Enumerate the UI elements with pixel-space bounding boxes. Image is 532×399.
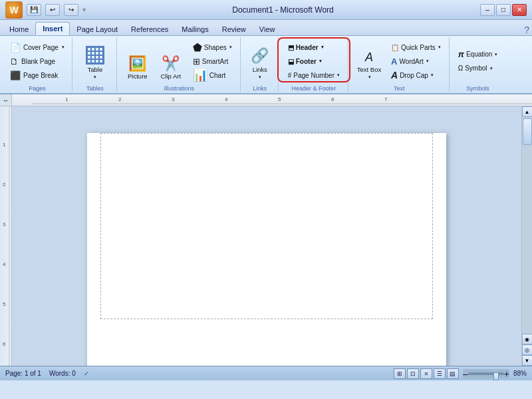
page-content-area[interactable] [100, 133, 433, 319]
draft-view-button[interactable]: ▤ [447, 368, 459, 379]
titlebar: W 💾 ↩ ↪ ▾ Document1 - Microsoft Word – □… [0, 0, 532, 20]
tab-insert[interactable]: Insert [35, 22, 70, 35]
footer-button[interactable]: ⬓ Footer ▾ [284, 55, 344, 68]
scroll-thumb[interactable] [523, 118, 532, 145]
text-group-label: Text [354, 84, 445, 92]
ruler-v-marks: 1 2 3 4 5 6 [0, 106, 12, 366]
table-button[interactable]: Table ▾ [78, 40, 112, 82]
scroll-up-button[interactable]: ▲ [522, 106, 533, 117]
svg-text:2: 2 [118, 96, 122, 102]
chart-button[interactable]: 📊 Chart [189, 68, 236, 82]
scroll-down-button[interactable]: ▼ [522, 355, 533, 366]
blank-page-button[interactable]: 🗋 Blank Page [7, 55, 68, 68]
quickparts-button[interactable]: 📋 Quick Parts ▾ [387, 41, 445, 54]
page-info: Page: 1 of 1 [5, 370, 41, 377]
tab-references[interactable]: References [124, 23, 175, 35]
page-break-button[interactable]: ⬛ Page Break [7, 68, 68, 82]
statusbar: Page: 1 of 1 Words: 0 ✓ ⊞ ⊡ ≡ ☰ ▤ – + 88… [0, 366, 532, 380]
document-area[interactable]: shareilmu2ilmu.blogspot.com [12, 106, 521, 366]
full-screen-button[interactable]: ⊡ [407, 368, 419, 379]
zoom-in-button[interactable]: + [504, 368, 509, 379]
horizontal-ruler: ↔ 1 2 3 4 5 6 7 [0, 94, 532, 106]
word-count: Words: 0 [49, 370, 76, 377]
textbox-button[interactable]: A Text Box ▾ [354, 40, 384, 82]
undo-btn[interactable]: ↩ [45, 4, 60, 16]
tables-group-label: Tables [78, 84, 112, 92]
ribbon-group-symbols: π Equation ▾ Ω Symbol ▾ Symbols [451, 37, 505, 92]
header-footer-group-label: Header & Footer [284, 84, 344, 92]
vertical-scrollbar[interactable]: ▲ ◉ ◎ ▼ [521, 106, 532, 366]
zoom-out-button[interactable]: – [463, 368, 468, 379]
scroll-track[interactable] [522, 117, 532, 334]
svg-text:4: 4 [3, 261, 6, 267]
svg-text:7: 7 [384, 96, 388, 102]
ribbon-group-illustrations: 🖼️ Picture ✂️ Clip Art ⬟ Shapes ▾ ⊞ Smar… [118, 37, 241, 92]
ribbon: 📄 Cover Page ▾ 🗋 Blank Page ⬛ Page Break… [0, 36, 532, 94]
help-button[interactable]: ? [524, 25, 529, 35]
maximize-button[interactable]: □ [496, 4, 511, 16]
office-button[interactable]: W [5, 1, 23, 19]
zoom-thumb[interactable] [493, 372, 499, 380]
table-icon [86, 46, 104, 65]
svg-text:4: 4 [225, 96, 228, 102]
shapes-button[interactable]: ⬟ Shapes ▾ [189, 41, 236, 54]
tab-view[interactable]: View [253, 23, 282, 35]
links-group-label: Links [246, 84, 274, 92]
spell-check-icon[interactable]: ✓ [84, 370, 89, 377]
ruler-marks: 1 2 3 4 5 6 7 [32, 94, 532, 106]
zoom-slider[interactable]: – + [463, 369, 509, 378]
main-area: 1 2 3 4 5 6 shareilmu2ilmu.blogspot.com … [0, 106, 532, 366]
save-btn[interactable]: 💾 [27, 4, 41, 16]
web-layout-button[interactable]: ≡ [420, 368, 432, 379]
ribbon-group-header-footer: ⬒ Header ▾ ⬓ Footer ▾ # Page Number ▾ He… [280, 37, 348, 92]
ruler-corner: ↔ [0, 94, 12, 106]
zoom-level: 88% [513, 370, 527, 377]
ribbon-group-tables: Table ▾ Tables [74, 37, 117, 92]
window-title: Document1 - Microsoft Word [232, 5, 334, 15]
equation-button[interactable]: π Equation ▾ [455, 48, 501, 61]
svg-text:1: 1 [3, 142, 6, 148]
svg-text:3: 3 [172, 96, 175, 102]
svg-text:3: 3 [3, 221, 6, 227]
view-buttons: ⊞ ⊡ ≡ ☰ ▤ [394, 368, 459, 379]
clipart-button[interactable]: ✂️ Clip Art [156, 40, 186, 82]
header-button[interactable]: ⬒ Header ▾ [284, 41, 344, 54]
tab-pagelayout[interactable]: Page Layout [70, 23, 124, 35]
close-button[interactable]: ✕ [512, 4, 527, 16]
cover-page-button[interactable]: 📄 Cover Page ▾ [7, 41, 68, 54]
svg-text:5: 5 [278, 96, 281, 102]
svg-text:2: 2 [3, 182, 6, 188]
zoom-track[interactable] [468, 372, 504, 375]
pages-group-label: Pages [7, 84, 68, 92]
document-page: shareilmu2ilmu.blogspot.com [87, 133, 446, 366]
ribbon-group-text: A Text Box ▾ 📋 Quick Parts ▾ A WordArt ▾… [350, 37, 450, 92]
scroll-nav-buttons: ◉ ◎ ▼ [522, 334, 533, 366]
redo-btn[interactable]: ↪ [64, 4, 78, 16]
svg-text:5: 5 [3, 301, 6, 307]
tab-home[interactable]: Home [3, 23, 35, 35]
scroll-next-page[interactable]: ◎ [522, 344, 533, 355]
outline-view-button[interactable]: ☰ [434, 368, 446, 379]
svg-rect-8 [0, 106, 12, 366]
links-button[interactable]: 🔗 Links ▾ [246, 40, 274, 82]
symbols-group-label: Symbols [455, 84, 501, 92]
scroll-prev-page[interactable]: ◉ [522, 334, 533, 344]
illustrations-group-label: Illustrations [122, 84, 236, 92]
ribbon-tabs: Home Insert Page Layout References Maili… [0, 20, 532, 36]
ribbon-group-pages: 📄 Cover Page ▾ 🗋 Blank Page ⬛ Page Break… [3, 37, 72, 92]
svg-text:1: 1 [65, 96, 68, 102]
minimize-button[interactable]: – [480, 4, 495, 16]
vertical-ruler: 1 2 3 4 5 6 [0, 106, 12, 366]
print-layout-button[interactable]: ⊞ [394, 368, 406, 379]
smartart-button[interactable]: ⊞ SmartArt [189, 55, 236, 68]
page-number-button[interactable]: # Page Number ▾ [284, 68, 344, 82]
wordart-button[interactable]: A WordArt ▾ [387, 55, 445, 68]
svg-text:6: 6 [331, 96, 334, 102]
dropcap-button[interactable]: A Drop Cap ▾ [387, 68, 445, 82]
ribbon-group-links: 🔗 Links ▾ Links [242, 37, 279, 92]
tab-review[interactable]: Review [215, 23, 253, 35]
tab-mailings[interactable]: Mailings [175, 23, 215, 35]
svg-text:6: 6 [3, 341, 6, 347]
picture-button[interactable]: 🖼️ Picture [122, 40, 153, 82]
symbol-button[interactable]: Ω Symbol ▾ [455, 62, 501, 75]
